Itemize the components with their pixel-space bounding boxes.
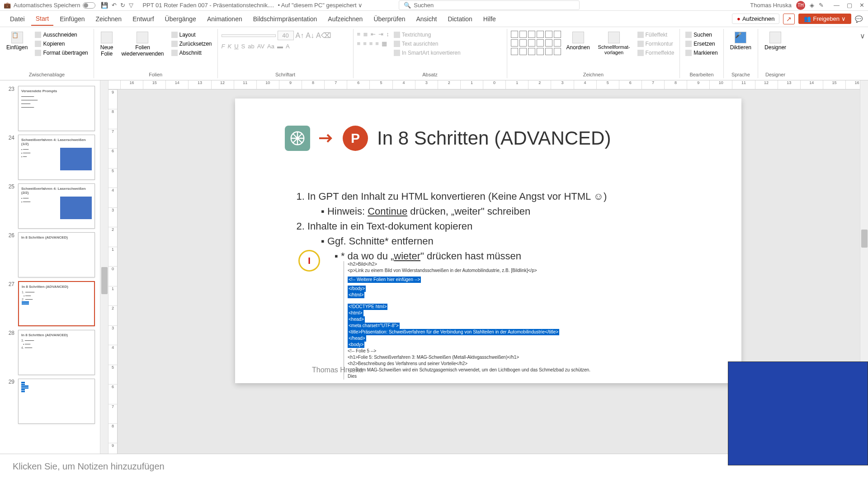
bullets-button[interactable]: ≡ [357, 31, 361, 38]
align-right-button[interactable]: ≡ [369, 40, 373, 47]
justify-button[interactable]: ≡ [375, 40, 379, 47]
slide-canvas[interactable]: P In 8 Schritten (ADVANCED) In GPT den I… [235, 99, 741, 383]
maximize-icon[interactable]: ▢ [847, 2, 852, 9]
tab-einfuegen[interactable]: Einfügen [55, 13, 89, 25]
tab-dictation[interactable]: Dictation [443, 13, 476, 25]
reset-button[interactable]: Zurücksetzen [170, 40, 214, 48]
smartart-button[interactable]: In SmartArt konvertieren [392, 49, 462, 57]
thumb-23[interactable]: 23Verwendete Prompts━━━━━━━━━━━━━━━━━━━━… [0, 84, 108, 133]
copy-button[interactable]: Kopieren [33, 40, 90, 48]
decrease-font-icon[interactable]: A↓ [306, 32, 314, 40]
font-color-button[interactable]: A [286, 43, 290, 50]
tab-uebergaenge[interactable]: Übergänge [160, 13, 201, 25]
highlight-button[interactable]: ▬ [277, 43, 283, 50]
search-box[interactable]: 🔍 Suchen [399, 0, 580, 10]
section-button[interactable]: Abschnitt [170, 49, 214, 57]
thumb-26[interactable]: 26In 8 Schritten (ADVANCED) [0, 230, 108, 279]
effects-icon [637, 50, 644, 56]
align-left-button[interactable]: ≡ [357, 40, 361, 47]
line-spacing-button[interactable]: ↕ [386, 31, 389, 38]
close-icon[interactable]: ✕ [859, 2, 864, 9]
reset-icon [171, 41, 178, 47]
new-slide-button[interactable]: Neue Folie [98, 31, 116, 58]
slide-thumbnails: 23Verwendete Prompts━━━━━━━━━━━━━━━━━━━━… [0, 80, 108, 454]
tab-animationen[interactable]: Animationen [203, 13, 247, 25]
toggle-switch[interactable] [83, 2, 95, 9]
cut-button[interactable]: Ausschneiden [33, 31, 90, 39]
pen-icon[interactable]: ✎ [819, 2, 824, 9]
outdent-button[interactable]: ⇤ [371, 31, 376, 38]
diamond-icon[interactable]: ◈ [810, 2, 814, 9]
tab-start[interactable]: Start [31, 12, 54, 26]
thumb-25[interactable]: 25Schweißverfahren 4: Laserschweißen (2/… [0, 182, 108, 230]
share-button[interactable]: 👥Freigeben∨ [798, 14, 851, 24]
paste-button[interactable]: 📋Einfügen [4, 31, 30, 52]
thumb-28[interactable]: 28In 8 Schritten (ADVANCED)3. ━━━━━ • ━━… [0, 328, 108, 377]
underline-button[interactable]: U [234, 43, 238, 50]
increase-font-icon[interactable]: A↑ [296, 32, 304, 40]
titlebar: 💼 Automatisches Speichern 💾 ↶ ↻ ▽ PPT 01… [0, 0, 868, 11]
tab-ueberpruefen[interactable]: Überprüfen [369, 13, 410, 25]
case-button[interactable]: Aa [267, 43, 274, 50]
redo-icon[interactable]: ↻ [120, 2, 125, 9]
thumb-24[interactable]: 24Schweißverfahren 4: Laserschweißen (1/… [0, 133, 108, 182]
align-text-button[interactable]: Text ausrichten [392, 40, 462, 48]
text-direction-button[interactable]: Textrichtung [392, 31, 462, 39]
designer-button[interactable]: Designer [762, 31, 789, 52]
quick-format-button[interactable]: Schnellformat- vorlagen [595, 31, 633, 56]
shape-fill-button[interactable]: Fülleffekt [636, 31, 676, 39]
autosave-toggle[interactable]: 💼 Automatisches Speichern [4, 2, 95, 9]
quick-access-toolbar: 💾 ↶ ↻ ▽ [101, 2, 133, 9]
font-size-select[interactable]: 40 [278, 31, 294, 40]
start-icon[interactable]: ▽ [129, 2, 133, 9]
thumbs-scrollbar[interactable] [100, 80, 108, 454]
dictate-button[interactable]: 🎤Diktieren [727, 31, 754, 52]
clear-format-icon[interactable]: A⌫ [316, 31, 331, 40]
shadow-button[interactable]: ab [248, 43, 254, 50]
minimize-icon[interactable]: — [834, 2, 840, 9]
thumb-27[interactable]: 27In 8 Schritten (ADVANCED)1. ━━━━━ • ━━… [0, 279, 108, 328]
tab-ansicht[interactable]: Ansicht [411, 13, 441, 25]
record-button[interactable]: ●Aufzeichnen [732, 14, 779, 24]
arrange-button[interactable]: Anordnen [564, 31, 593, 52]
numbering-button[interactable]: ≣ [363, 31, 368, 38]
tab-zeichnen[interactable]: Zeichnen [91, 13, 127, 25]
save-icon[interactable]: 💾 [101, 2, 108, 9]
strike-button[interactable]: S [241, 43, 245, 50]
columns-button[interactable]: ▦ [382, 40, 387, 47]
bold-button[interactable]: F [222, 43, 225, 50]
select-button[interactable]: Markieren [684, 49, 719, 57]
tab-aufzeichnen[interactable]: Aufzeichnen [323, 13, 367, 25]
share-arrow-icon[interactable]: ↗ [783, 14, 795, 24]
replace-button[interactable]: Ersetzen [684, 40, 719, 48]
filename[interactable]: PPT 01 Roter Faden 007 - Präsentationste… [142, 2, 274, 9]
ruler-vertical: 9876543210123456789 [108, 89, 118, 454]
italic-button[interactable]: K [228, 43, 232, 50]
tab-entwurf[interactable]: Entwurf [128, 13, 158, 25]
step-1-hint: Hinweis: Continue drücken, „weiter" schr… [321, 204, 701, 219]
cut-icon [35, 32, 41, 38]
shape-effects-button[interactable]: Formeffekte [636, 49, 676, 57]
comment-icon[interactable]: 💬 [855, 15, 863, 23]
save-status[interactable]: • Auf "diesem PC" gespeichert ∨ [278, 2, 363, 9]
tab-bildschirm[interactable]: Bildschirmpräsentation [249, 13, 322, 25]
tab-hilfe[interactable]: Hilfe [479, 13, 500, 25]
tab-datei[interactable]: Datei [5, 13, 29, 25]
shapes-gallery[interactable] [511, 31, 561, 55]
reuse-slide-button[interactable]: Folien wiederverwenden [118, 31, 166, 58]
spacing-button[interactable]: AV [257, 43, 264, 50]
shape-outline-button[interactable]: Formkontur [636, 40, 676, 48]
layout-button[interactable]: Layout [170, 31, 214, 39]
format-painter-button[interactable]: Format übertragen [33, 49, 90, 57]
avatar[interactable]: TH [796, 1, 805, 10]
text-direction-icon [394, 32, 400, 38]
undo-icon[interactable]: ↶ [112, 2, 117, 9]
slide-body[interactable]: In GPT den Inhalt zu HTML konvertieren (… [294, 189, 701, 263]
find-button[interactable]: Suchen [684, 31, 719, 39]
align-center-button[interactable]: ≡ [363, 40, 367, 47]
indent-button[interactable]: ⇥ [378, 31, 383, 38]
collapse-ribbon-icon[interactable]: ∨ [857, 29, 868, 78]
thumb-29[interactable]: 29━━━━━━━━ [0, 377, 108, 426]
font-family-select[interactable] [222, 34, 276, 37]
username[interactable]: Thomas Hruska [750, 2, 792, 9]
